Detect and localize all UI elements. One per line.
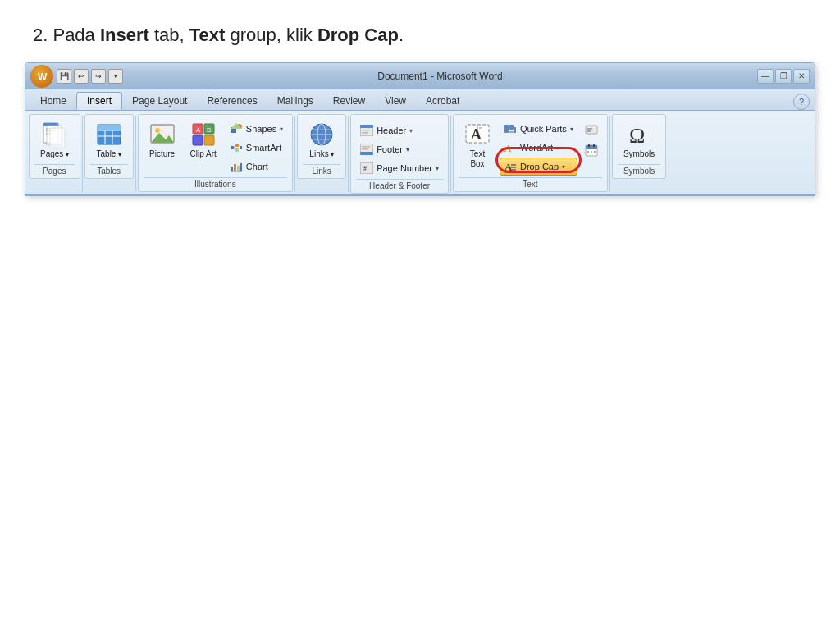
picture-label: Picture xyxy=(149,149,175,159)
links-group-content: Links xyxy=(303,118,340,162)
svg-rect-73 xyxy=(586,145,597,149)
svg-rect-62 xyxy=(509,131,514,133)
footer-button[interactable]: Footer ▾ xyxy=(356,140,443,158)
svg-rect-16 xyxy=(112,125,121,130)
clipart-button[interactable]: A B Clip Art xyxy=(185,118,222,162)
svg-text:A: A xyxy=(471,126,482,143)
sep5 xyxy=(450,116,451,192)
dropcap-button[interactable]: A Drop Cap ▾ xyxy=(500,158,578,176)
svg-rect-38 xyxy=(237,166,240,171)
svg-rect-53 xyxy=(362,148,368,150)
svg-rect-74 xyxy=(588,144,590,147)
tab-pagelayout[interactable]: Page Layout xyxy=(122,92,197,110)
undo-quick-button[interactable]: ↩ xyxy=(74,69,89,84)
picture-button[interactable]: Picture xyxy=(144,118,181,162)
picture-icon xyxy=(149,121,176,148)
svg-rect-51 xyxy=(360,152,373,155)
quickparts-icon xyxy=(504,122,517,135)
svg-rect-63 xyxy=(514,127,516,133)
symbols-label: Symbols xyxy=(623,149,655,159)
text-small-stack: Quick Parts ▾ xyxy=(500,120,578,176)
chart-button[interactable]: Chart xyxy=(226,158,287,176)
svg-rect-33 xyxy=(240,146,242,149)
tables-group-content: Table xyxy=(90,118,128,162)
dropcap-arrow: ▾ xyxy=(562,163,565,171)
pages-group-label: Pages xyxy=(34,164,75,178)
chart-label: Chart xyxy=(246,162,268,171)
tab-view[interactable]: View xyxy=(375,92,416,110)
svg-rect-75 xyxy=(593,144,595,147)
svg-line-34 xyxy=(234,145,235,148)
restore-button[interactable]: ❐ xyxy=(775,69,792,84)
pages-button[interactable]: Pages xyxy=(34,118,75,162)
dropcap-label: Drop Cap xyxy=(520,162,559,171)
svg-rect-76 xyxy=(587,151,589,153)
tables-group: Table Tables xyxy=(84,114,134,179)
links-label: Links xyxy=(309,149,334,159)
tab-mailings[interactable]: Mailings xyxy=(267,92,323,110)
tab-insert[interactable]: Insert xyxy=(76,92,122,110)
headerfooter-group-wrapper: Header ▾ xyxy=(350,114,449,194)
symbols-group-wrapper: Ω Symbols Symbols xyxy=(612,114,666,194)
office-orb-button[interactable]: W xyxy=(30,65,53,88)
svg-rect-77 xyxy=(591,151,592,153)
save-quick-button[interactable]: 💾 xyxy=(57,69,71,84)
help-button[interactable]: ? xyxy=(793,94,810,110)
tab-home[interactable]: Home xyxy=(30,92,76,110)
shapes-button[interactable]: Shapes ▾ xyxy=(226,120,287,138)
instruction-text: 2. Pada Insert tab, Text group, klik Dro… xyxy=(0,0,840,62)
sep1 xyxy=(82,116,83,192)
links-button[interactable]: Links xyxy=(303,118,340,162)
signature-button[interactable] xyxy=(581,120,602,138)
smartart-button[interactable]: SmartArt xyxy=(226,139,287,157)
svg-line-35 xyxy=(234,148,235,150)
ribbon-body: Pages Pages xyxy=(25,111,815,195)
shapes-smartart-chart-stack: Shapes ▾ xyxy=(226,120,287,176)
dropcap-icon: A xyxy=(504,160,517,173)
pages-label: Pages xyxy=(40,149,69,159)
links-icon xyxy=(308,121,335,148)
shapes-arrow: ▾ xyxy=(280,126,283,133)
illustrations-group-label: Illustrations xyxy=(144,177,288,191)
svg-rect-59 xyxy=(477,126,478,130)
svg-text:A: A xyxy=(504,142,512,154)
ribbon-tabs: Home Insert Page Layout References Maili… xyxy=(25,89,815,111)
textbox-button[interactable]: A TextBox xyxy=(459,118,496,172)
svg-rect-78 xyxy=(594,151,596,153)
office-window: W 💾 ↩ ↪ ▾ Document1 - Microsoft Word — ❐… xyxy=(25,62,815,196)
shapes-icon xyxy=(230,122,243,135)
wordart-icon: A xyxy=(504,141,517,154)
links-group: Links Links xyxy=(297,114,346,179)
textbox-icon: A xyxy=(464,121,491,148)
date-button[interactable] xyxy=(581,141,602,159)
symbols-group-content: Ω Symbols xyxy=(618,118,660,162)
textbox-label: TextBox xyxy=(470,149,485,169)
quickparts-button[interactable]: Quick Parts ▾ xyxy=(500,120,578,138)
illustrations-group-content: Picture A B xyxy=(144,118,288,176)
header-label: Header xyxy=(377,126,406,135)
tab-acrobat[interactable]: Acrobat xyxy=(416,92,469,110)
svg-rect-60 xyxy=(504,125,509,133)
svg-rect-61 xyxy=(509,125,514,130)
footer-arrow: ▾ xyxy=(406,146,409,153)
sep3 xyxy=(294,116,295,192)
dropdown-quick-button[interactable]: ▾ xyxy=(108,69,123,84)
tab-review[interactable]: Review xyxy=(323,92,375,110)
footer-icon xyxy=(360,143,373,156)
svg-rect-24 xyxy=(204,135,214,145)
wordart-arrow: ▾ xyxy=(556,144,559,152)
tab-references[interactable]: References xyxy=(197,92,267,110)
redo-quick-button[interactable]: ↪ xyxy=(91,69,106,84)
pagenumber-button[interactable]: # Page Number ▾ xyxy=(356,159,443,177)
table-button[interactable]: Table xyxy=(90,118,128,162)
symbols-button[interactable]: Ω Symbols xyxy=(618,118,660,162)
smartart-icon xyxy=(230,141,243,154)
wordart-button[interactable]: A WordArt ▾ xyxy=(500,139,578,157)
minimize-button[interactable]: — xyxy=(757,69,774,84)
svg-text:Ω: Ω xyxy=(629,124,645,148)
pages-group: Pages Pages xyxy=(29,114,80,179)
illustrations-group-wrapper: Picture A B xyxy=(138,114,294,194)
close-button[interactable]: ✕ xyxy=(793,69,810,84)
header-button[interactable]: Header ▾ xyxy=(356,121,443,139)
headerfooter-group: Header ▾ xyxy=(350,114,449,194)
